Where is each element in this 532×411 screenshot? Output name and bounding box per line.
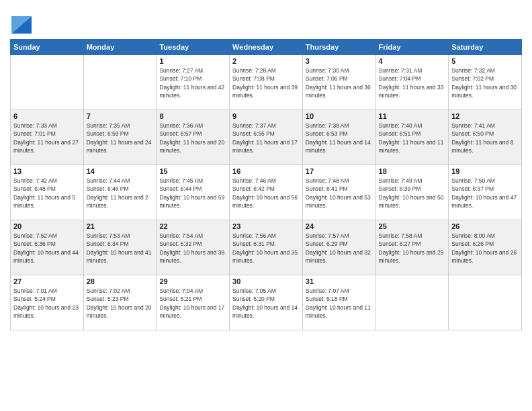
day-number: 30 xyxy=(232,277,300,285)
day-info: Sunrise: 7:50 AM Sunset: 6:37 PM Dayligh… xyxy=(451,177,519,210)
day-number: 4 xyxy=(379,57,446,65)
weekday-sunday: Sunday xyxy=(11,40,84,55)
day-cell xyxy=(449,275,522,330)
day-number: 9 xyxy=(232,112,300,120)
day-cell: 17Sunrise: 7:48 AM Sunset: 6:41 PM Dayli… xyxy=(302,165,375,220)
day-info: Sunrise: 7:53 AM Sunset: 6:34 PM Dayligh… xyxy=(87,232,154,265)
day-cell: 7Sunrise: 7:35 AM Sunset: 6:59 PM Daylig… xyxy=(83,110,157,165)
calendar: SundayMondayTuesdayWednesdayThursdayFrid… xyxy=(10,39,522,330)
day-cell: 16Sunrise: 7:46 AM Sunset: 6:42 PM Dayli… xyxy=(230,165,303,220)
day-info: Sunrise: 7:30 AM Sunset: 7:06 PM Dayligh… xyxy=(306,66,373,99)
day-cell xyxy=(375,275,449,330)
day-cell: 18Sunrise: 7:49 AM Sunset: 6:39 PM Dayli… xyxy=(375,165,449,220)
day-number: 12 xyxy=(451,112,519,120)
day-info: Sunrise: 7:58 AM Sunset: 6:27 PM Dayligh… xyxy=(379,232,446,265)
day-info: Sunrise: 7:56 AM Sunset: 6:31 PM Dayligh… xyxy=(232,232,300,265)
week-row-2: 6Sunrise: 7:33 AM Sunset: 7:01 PM Daylig… xyxy=(11,110,522,165)
day-cell: 6Sunrise: 7:33 AM Sunset: 7:01 PM Daylig… xyxy=(11,110,84,165)
day-number: 10 xyxy=(306,112,373,120)
day-number: 13 xyxy=(13,167,81,175)
day-number: 2 xyxy=(232,57,300,65)
day-cell: 19Sunrise: 7:50 AM Sunset: 6:37 PM Dayli… xyxy=(449,165,522,220)
day-number: 5 xyxy=(451,57,519,65)
day-info: Sunrise: 7:35 AM Sunset: 6:59 PM Dayligh… xyxy=(87,122,154,154)
week-row-3: 13Sunrise: 7:42 AM Sunset: 6:48 PM Dayli… xyxy=(11,165,522,220)
day-number: 1 xyxy=(159,57,226,65)
day-info: Sunrise: 7:33 AM Sunset: 7:01 PM Dayligh… xyxy=(13,122,81,154)
day-number: 23 xyxy=(232,222,300,230)
day-number: 19 xyxy=(451,167,519,175)
day-info: Sunrise: 7:32 AM Sunset: 7:02 PM Dayligh… xyxy=(451,66,519,99)
day-cell: 31Sunrise: 7:07 AM Sunset: 5:18 PM Dayli… xyxy=(302,275,375,330)
header xyxy=(10,7,522,34)
day-cell: 28Sunrise: 7:02 AM Sunset: 5:23 PM Dayli… xyxy=(83,275,157,330)
day-info: Sunrise: 7:40 AM Sunset: 6:51 PM Dayligh… xyxy=(379,122,446,154)
weekday-saturday: Saturday xyxy=(449,40,522,55)
week-row-5: 27Sunrise: 7:01 AM Sunset: 5:24 PM Dayli… xyxy=(11,275,522,330)
day-info: Sunrise: 7:52 AM Sunset: 6:36 PM Dayligh… xyxy=(13,232,81,265)
day-number: 25 xyxy=(379,222,446,230)
day-number: 28 xyxy=(87,277,154,285)
day-cell: 22Sunrise: 7:54 AM Sunset: 6:32 PM Dayli… xyxy=(157,220,230,275)
page: SundayMondayTuesdayWednesdayThursdayFrid… xyxy=(0,0,532,411)
day-cell xyxy=(11,55,84,110)
day-cell: 3Sunrise: 7:30 AM Sunset: 7:06 PM Daylig… xyxy=(302,55,375,110)
day-cell: 2Sunrise: 7:28 AM Sunset: 7:08 PM Daylig… xyxy=(230,55,303,110)
day-cell: 25Sunrise: 7:58 AM Sunset: 6:27 PM Dayli… xyxy=(375,220,449,275)
day-info: Sunrise: 7:04 AM Sunset: 5:21 PM Dayligh… xyxy=(159,287,226,320)
day-number: 27 xyxy=(13,277,81,285)
day-info: Sunrise: 7:31 AM Sunset: 7:04 PM Dayligh… xyxy=(379,66,446,99)
day-info: Sunrise: 7:41 AM Sunset: 6:50 PM Dayligh… xyxy=(451,122,519,154)
day-cell: 24Sunrise: 7:57 AM Sunset: 6:29 PM Dayli… xyxy=(302,220,375,275)
day-cell: 12Sunrise: 7:41 AM Sunset: 6:50 PM Dayli… xyxy=(449,110,522,165)
day-cell: 10Sunrise: 7:38 AM Sunset: 6:53 PM Dayli… xyxy=(302,110,375,165)
day-number: 18 xyxy=(379,167,446,175)
day-cell: 21Sunrise: 7:53 AM Sunset: 6:34 PM Dayli… xyxy=(83,220,157,275)
day-cell: 30Sunrise: 7:05 AM Sunset: 5:20 PM Dayli… xyxy=(230,275,303,330)
day-info: Sunrise: 7:27 AM Sunset: 7:10 PM Dayligh… xyxy=(159,66,226,99)
day-number: 15 xyxy=(159,167,226,175)
day-info: Sunrise: 7:44 AM Sunset: 6:46 PM Dayligh… xyxy=(87,177,154,210)
weekday-thursday: Thursday xyxy=(302,40,375,55)
day-info: Sunrise: 7:54 AM Sunset: 6:32 PM Dayligh… xyxy=(159,232,226,265)
day-cell: 26Sunrise: 8:00 AM Sunset: 6:26 PM Dayli… xyxy=(449,220,522,275)
day-cell: 14Sunrise: 7:44 AM Sunset: 6:46 PM Dayli… xyxy=(83,165,157,220)
day-cell: 27Sunrise: 7:01 AM Sunset: 5:24 PM Dayli… xyxy=(11,275,84,330)
day-info: Sunrise: 7:46 AM Sunset: 6:42 PM Dayligh… xyxy=(232,177,300,210)
day-info: Sunrise: 7:07 AM Sunset: 5:18 PM Dayligh… xyxy=(306,287,373,320)
day-info: Sunrise: 7:02 AM Sunset: 5:23 PM Dayligh… xyxy=(87,287,154,320)
day-number: 29 xyxy=(159,277,226,285)
week-row-1: 1Sunrise: 7:27 AM Sunset: 7:10 PM Daylig… xyxy=(11,55,522,110)
day-info: Sunrise: 7:57 AM Sunset: 6:29 PM Dayligh… xyxy=(306,232,373,265)
day-number: 17 xyxy=(306,167,373,175)
day-info: Sunrise: 7:28 AM Sunset: 7:08 PM Dayligh… xyxy=(232,66,300,99)
weekday-header-row: SundayMondayTuesdayWednesdayThursdayFrid… xyxy=(11,40,522,55)
day-number: 3 xyxy=(306,57,373,65)
day-info: Sunrise: 7:45 AM Sunset: 6:44 PM Dayligh… xyxy=(159,177,226,210)
day-cell xyxy=(83,55,157,110)
logo xyxy=(10,9,32,34)
day-info: Sunrise: 7:49 AM Sunset: 6:39 PM Dayligh… xyxy=(379,177,446,210)
logo-icon xyxy=(11,9,32,34)
day-info: Sunrise: 7:38 AM Sunset: 6:53 PM Dayligh… xyxy=(306,122,373,154)
day-info: Sunrise: 7:42 AM Sunset: 6:48 PM Dayligh… xyxy=(13,177,81,210)
day-cell: 4Sunrise: 7:31 AM Sunset: 7:04 PM Daylig… xyxy=(375,55,449,110)
weekday-friday: Friday xyxy=(375,40,449,55)
day-cell: 1Sunrise: 7:27 AM Sunset: 7:10 PM Daylig… xyxy=(157,55,230,110)
weekday-tuesday: Tuesday xyxy=(157,40,230,55)
day-cell: 29Sunrise: 7:04 AM Sunset: 5:21 PM Dayli… xyxy=(157,275,230,330)
day-info: Sunrise: 7:37 AM Sunset: 6:55 PM Dayligh… xyxy=(232,122,300,154)
day-number: 26 xyxy=(451,222,519,230)
day-cell: 15Sunrise: 7:45 AM Sunset: 6:44 PM Dayli… xyxy=(157,165,230,220)
day-number: 6 xyxy=(13,112,81,120)
day-cell: 13Sunrise: 7:42 AM Sunset: 6:48 PM Dayli… xyxy=(11,165,84,220)
day-info: Sunrise: 7:48 AM Sunset: 6:41 PM Dayligh… xyxy=(306,177,373,210)
day-info: Sunrise: 7:05 AM Sunset: 5:20 PM Dayligh… xyxy=(232,287,300,320)
day-cell: 9Sunrise: 7:37 AM Sunset: 6:55 PM Daylig… xyxy=(230,110,303,165)
day-number: 21 xyxy=(87,222,154,230)
day-number: 11 xyxy=(379,112,446,120)
day-cell: 11Sunrise: 7:40 AM Sunset: 6:51 PM Dayli… xyxy=(375,110,449,165)
day-number: 20 xyxy=(13,222,81,230)
weekday-monday: Monday xyxy=(83,40,157,55)
day-number: 8 xyxy=(159,112,226,120)
